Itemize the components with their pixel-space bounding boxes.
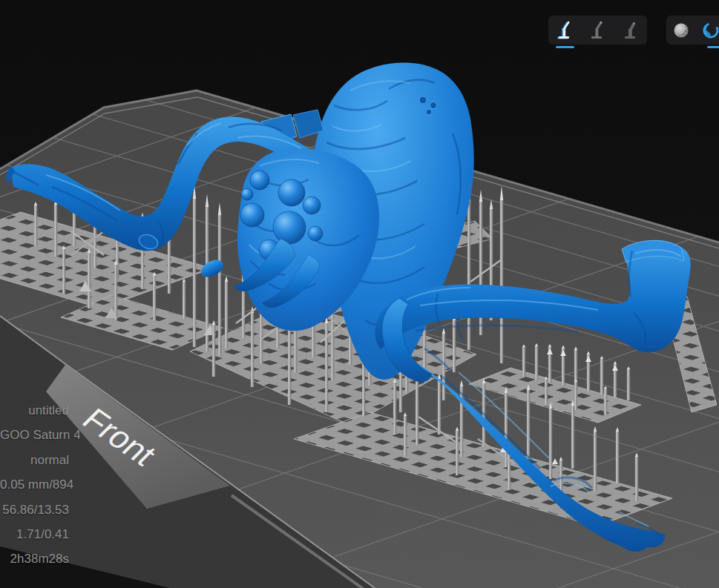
glossy-sphere-icon: [701, 21, 719, 40]
viewport-3d[interactable]: Front: [0, 0, 719, 588]
support-preset-toolbar: [548, 16, 647, 44]
glossy-sphere-option[interactable]: [696, 17, 719, 44]
render-options-toolbar: [666, 16, 719, 44]
medium-support-tab[interactable]: [582, 17, 612, 44]
abdomen-crater: [426, 109, 432, 115]
abdomen-crater: [419, 96, 427, 104]
heavy-support-icon: [621, 19, 640, 42]
abdomen-crater: [430, 102, 437, 109]
matte-sphere-option[interactable]: [666, 17, 696, 44]
scene-canvas: Front: [0, 0, 719, 588]
light-support-tab[interactable]: [550, 17, 580, 44]
selected-support-underline: [556, 46, 574, 48]
selected-render-underline: [707, 46, 719, 48]
light-support-icon: [555, 19, 574, 42]
heavy-support-tab[interactable]: [616, 17, 646, 44]
matte-sphere-icon: [672, 21, 691, 40]
medium-support-icon: [588, 19, 607, 42]
